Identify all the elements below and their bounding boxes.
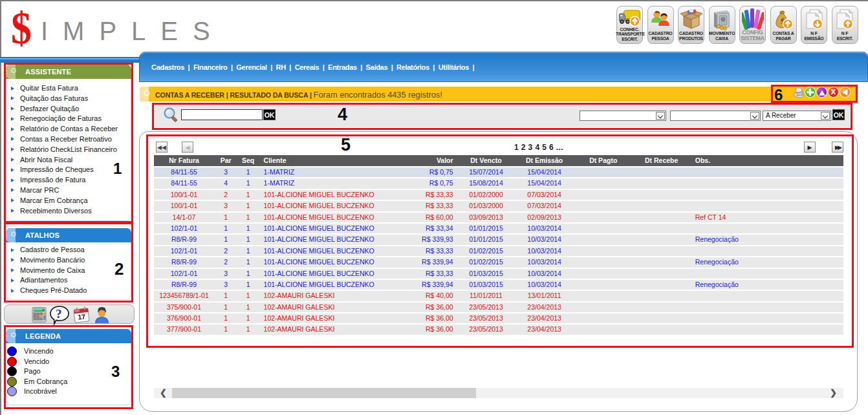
svg-text:?: ? bbox=[56, 307, 62, 321]
svg-text:17: 17 bbox=[78, 312, 86, 321]
